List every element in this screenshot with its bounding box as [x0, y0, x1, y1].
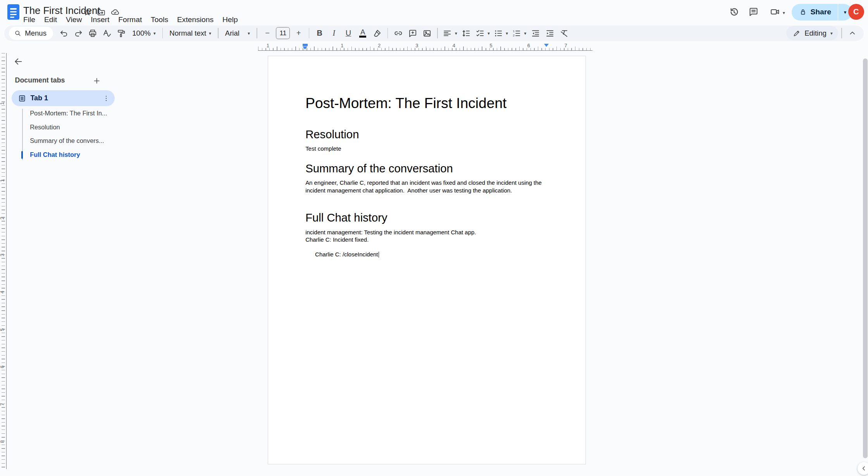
doc-paragraph[interactable]: Charlie C: /closeIncident: [305, 243, 548, 266]
right-indent-marker[interactable]: [544, 44, 549, 47]
outline-item-full-chat-history[interactable]: Full Chat history: [30, 151, 129, 159]
ruler-number: 1: [0, 177, 5, 184]
version-history-icon[interactable]: [728, 7, 740, 18]
menu-format[interactable]: Format: [114, 14, 146, 25]
print-button[interactable]: [86, 26, 100, 40]
account-avatar[interactable]: C: [848, 4, 864, 20]
share-label: Share: [810, 8, 831, 16]
menu-view[interactable]: View: [62, 14, 86, 25]
text-cursor: [379, 252, 379, 258]
font-size-input[interactable]: 11: [276, 27, 290, 39]
outline-item-summary[interactable]: Summary of the convers...: [30, 137, 129, 145]
active-outline-indicator: [21, 151, 23, 159]
menu-edit[interactable]: Edit: [40, 14, 61, 25]
menus-label: Menus: [25, 29, 46, 38]
paint-format-button[interactable]: [115, 26, 129, 40]
tab-options-kebab-icon[interactable]: [102, 95, 110, 102]
insert-image-button[interactable]: [420, 26, 434, 40]
share-button-main[interactable]: Share: [792, 4, 838, 21]
menu-help[interactable]: Help: [218, 14, 242, 25]
video-call-icon[interactable]: [770, 7, 781, 17]
clear-formatting-button[interactable]: [557, 26, 571, 40]
ruler-number: 7: [562, 43, 569, 48]
ruler-number: 7: [0, 401, 5, 408]
svg-text:2: 2: [513, 34, 515, 37]
document-page[interactable]: Post-Mortem: The First Incident Resoluti…: [268, 56, 586, 464]
checklist-button[interactable]: ▾: [474, 27, 491, 40]
menu-extensions[interactable]: Extensions: [172, 14, 218, 25]
document-tabs-header: Document tabs: [15, 76, 65, 84]
highlight-color-button[interactable]: [370, 26, 384, 40]
left-indent-marker[interactable]: [303, 46, 307, 50]
vertical-scrollbar[interactable]: [863, 58, 867, 458]
doc-heading-full-chat[interactable]: Full Chat history: [305, 211, 387, 224]
bulleted-list-button[interactable]: ▾: [492, 27, 510, 40]
editing-mode-label: Editing: [804, 29, 827, 38]
doc-heading-title[interactable]: Post-Mortem: The First Incident: [305, 95, 506, 112]
undo-button[interactable]: [57, 26, 71, 40]
docs-logo-icon[interactable]: [7, 4, 19, 20]
tab-label: Tab 1: [31, 94, 103, 102]
add-tab-button[interactable]: [91, 75, 103, 87]
outline-item-post-mortem[interactable]: Post-Mortem: The First In...: [30, 110, 129, 117]
checklist-caret-icon: ▾: [487, 31, 490, 36]
doc-heading-resolution[interactable]: Resolution: [305, 128, 359, 141]
menus-search-button[interactable]: Menus: [9, 27, 53, 40]
zoom-value: 100%: [132, 29, 150, 38]
show-side-panel-button[interactable]: [858, 462, 868, 475]
underline-button[interactable]: U: [341, 26, 355, 40]
text-color-button[interactable]: A: [356, 26, 370, 40]
doc-paragraph[interactable]: Charlie C: Incident fixed.: [305, 236, 548, 243]
numbered-list-button[interactable]: 12 ▾: [510, 27, 528, 40]
font-family-select[interactable]: Arial ▾: [222, 27, 253, 40]
doc-heading-summary[interactable]: Summary of the conversation: [305, 162, 453, 175]
add-comment-button[interactable]: [406, 26, 420, 40]
ruler-number: 5: [0, 326, 5, 333]
back-button[interactable]: [11, 54, 26, 69]
search-icon: [14, 29, 22, 37]
menu-tools[interactable]: Tools: [146, 14, 173, 25]
toolbar-divider: [309, 28, 309, 38]
insert-link-button[interactable]: [391, 26, 405, 40]
toolbar-divider: [162, 28, 163, 38]
paragraph-style-value: Normal text: [169, 29, 206, 38]
ruler-number: 3: [413, 43, 420, 48]
zoom-caret-icon: ▾: [153, 31, 156, 36]
editing-mode-select[interactable]: Editing ▾: [786, 26, 838, 40]
ruler-number: 4: [451, 43, 457, 48]
sidebar-tab-1[interactable]: Tab 1: [12, 90, 115, 106]
line-spacing-button[interactable]: [459, 26, 473, 40]
redo-button[interactable]: [71, 26, 85, 40]
decrease-indent-button[interactable]: [529, 26, 542, 40]
doc-paragraph[interactable]: An engineer, Charlie C, reported that an…: [305, 179, 548, 194]
outline-item-resolution[interactable]: Resolution: [30, 124, 129, 131]
doc-paragraph[interactable]: Test complete: [305, 145, 548, 152]
ruler-number: 2: [376, 43, 382, 48]
decrease-font-size-button[interactable]: −: [260, 26, 274, 40]
ruler-number: 1: [339, 43, 345, 48]
menu-file[interactable]: File: [19, 14, 40, 25]
mode-caret-icon: ▾: [830, 31, 833, 36]
numbered-caret-icon: ▾: [524, 31, 526, 36]
horizontal-ruler: 1 1 2 3 4 5 6 7: [0, 43, 868, 51]
comments-icon[interactable]: [748, 7, 759, 17]
paragraph-style-select[interactable]: Normal text ▾: [166, 27, 215, 40]
align-button[interactable]: ▾: [441, 27, 459, 40]
italic-button[interactable]: I: [327, 26, 341, 40]
share-button[interactable]: Share ▾: [792, 4, 852, 21]
bulleted-caret-icon: ▾: [506, 31, 508, 36]
video-call-caret-icon[interactable]: ▾: [783, 10, 785, 15]
toolbar-divider: [388, 28, 388, 38]
increase-indent-button[interactable]: [543, 26, 557, 40]
pencil-icon: [793, 29, 801, 37]
doc-paragraph[interactable]: incident management: Testing the inciden…: [305, 229, 548, 236]
font-family-value: Arial: [225, 29, 239, 38]
menu-insert[interactable]: Insert: [86, 14, 114, 25]
spellcheck-button[interactable]: [100, 26, 114, 40]
ruler-ticks: [258, 46, 592, 50]
hide-menus-button[interactable]: [845, 26, 859, 40]
bold-button[interactable]: B: [313, 26, 327, 40]
zoom-select[interactable]: 100% ▾: [129, 27, 159, 40]
increase-font-size-button[interactable]: +: [292, 26, 306, 40]
first-line-indent-marker[interactable]: [303, 44, 308, 46]
